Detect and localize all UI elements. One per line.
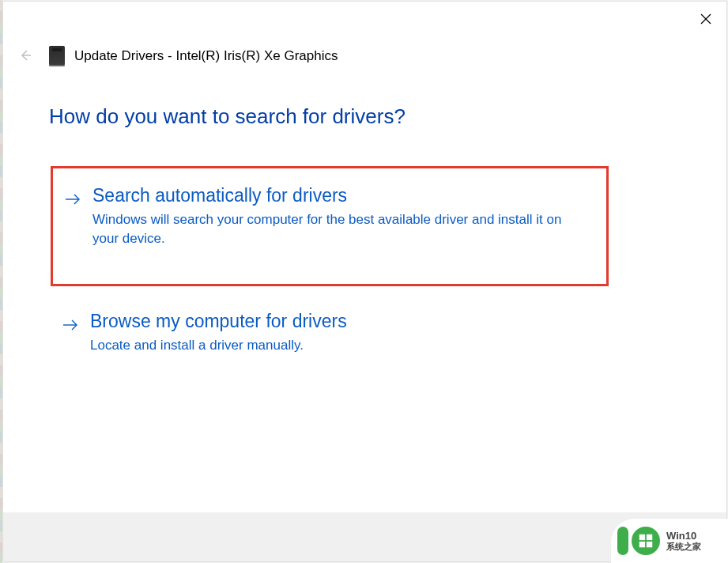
- title-bar: Update Drivers - Intel(R) Iris(R) Xe Gra…: [49, 46, 338, 66]
- option-text: Search automatically for drivers Windows…: [92, 184, 584, 249]
- option-browse-computer[interactable]: Browse my computer for drivers Locate an…: [51, 300, 609, 387]
- watermark-bar-icon: [617, 527, 628, 555]
- watermark-logo-icon: [632, 527, 660, 555]
- arrow-left-icon: [18, 48, 32, 66]
- device-icon: [49, 46, 65, 66]
- back-button: [16, 47, 35, 66]
- arrow-right-icon: [64, 192, 81, 210]
- option-description: Locate and install a driver manually.: [90, 336, 580, 356]
- watermark-text: Win10 系统之家: [666, 531, 701, 551]
- watermark-line2: 系统之家: [666, 542, 701, 551]
- watermark-line1: Win10: [666, 531, 701, 542]
- svg-rect-7: [639, 542, 645, 547]
- option-text: Browse my computer for drivers Locate an…: [90, 310, 587, 355]
- option-title: Browse my computer for drivers: [90, 310, 587, 333]
- option-description: Windows will search your computer for th…: [92, 210, 583, 249]
- svg-rect-8: [647, 542, 652, 547]
- update-driver-dialog: Update Drivers - Intel(R) Iris(R) Xe Gra…: [2, 1, 727, 562]
- arrow-right-icon: [62, 318, 79, 335]
- svg-rect-5: [639, 535, 645, 540]
- close-button[interactable]: [693, 8, 719, 33]
- svg-rect-6: [647, 535, 652, 540]
- page-heading: How do you want to search for drivers?: [49, 104, 405, 129]
- close-icon: [700, 13, 711, 28]
- option-title: Search automatically for drivers: [92, 184, 584, 207]
- watermark: Win10 系统之家: [611, 519, 728, 563]
- dialog-title: Update Drivers - Intel(R) Iris(R) Xe Gra…: [74, 48, 338, 64]
- option-search-automatically[interactable]: Search automatically for drivers Windows…: [51, 166, 609, 286]
